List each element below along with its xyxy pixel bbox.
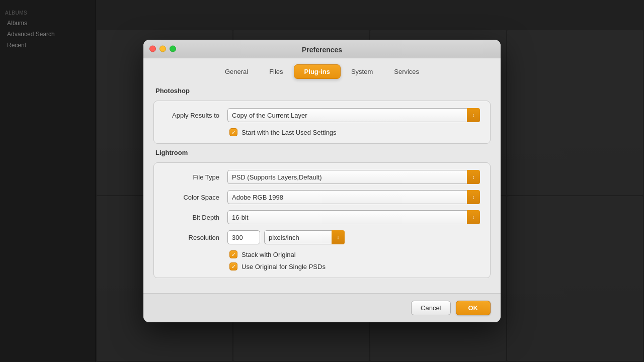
use-original-checkbox[interactable]: ✓ bbox=[229, 262, 237, 270]
cancel-button[interactable]: Cancel bbox=[411, 301, 450, 315]
use-original-row: ✓ Use Original for Single PSDs bbox=[164, 262, 480, 270]
resolution-input[interactable] bbox=[227, 230, 260, 244]
start-with-last-row: ✓ Start with the Last Used Settings bbox=[164, 128, 480, 136]
dialog-titlebar: Preferences bbox=[143, 40, 501, 58]
stack-with-original-row: ✓ Stack with Original bbox=[164, 250, 480, 258]
resolution-row: Resolution pixels/inch pixels/cm ↕ bbox=[164, 230, 480, 244]
file-type-row: File Type PSD (Supports Layers,Default) … bbox=[164, 170, 480, 184]
tab-files[interactable]: Files bbox=[259, 64, 293, 79]
color-space-select[interactable]: Adobe RGB 1998 sRGB ProPhoto RGB bbox=[227, 190, 480, 204]
modal-overlay: Preferences General Files Plug-ins Syste… bbox=[0, 0, 644, 362]
close-button[interactable] bbox=[149, 46, 156, 52]
color-space-row: Color Space Adobe RGB 1998 sRGB ProPhoto… bbox=[164, 190, 480, 204]
apply-results-row: Apply Results to Copy of the Current Lay… bbox=[164, 108, 480, 122]
bit-depth-row: Bit Depth 16-bit 8-bit ↕ bbox=[164, 210, 480, 224]
tab-services[interactable]: Services bbox=[383, 64, 430, 79]
minimize-button[interactable] bbox=[159, 46, 166, 52]
resolution-unit-select[interactable]: pixels/inch pixels/cm bbox=[264, 230, 345, 244]
resolution-label: Resolution bbox=[164, 234, 219, 241]
file-type-select-wrapper: PSD (Supports Layers,Default) TIFF JPEG … bbox=[227, 170, 480, 184]
stack-with-original-label: Stack with Original bbox=[242, 251, 296, 258]
apply-results-select-wrapper: Copy of the Current Layer Current Layer … bbox=[227, 108, 480, 122]
start-with-last-checkbox[interactable]: ✓ bbox=[229, 128, 237, 136]
start-with-last-label: Start with the Last Used Settings bbox=[242, 129, 337, 136]
tabs-bar: General Files Plug-ins System Services bbox=[143, 58, 501, 79]
tab-general[interactable]: General bbox=[214, 64, 259, 79]
apply-results-label: Apply Results to bbox=[164, 112, 219, 119]
file-type-select[interactable]: PSD (Supports Layers,Default) TIFF JPEG bbox=[227, 170, 480, 184]
maximize-button[interactable] bbox=[170, 46, 176, 52]
color-space-select-wrapper: Adobe RGB 1998 sRGB ProPhoto RGB ↕ bbox=[227, 190, 480, 204]
dialog-title: Preferences bbox=[302, 46, 342, 54]
use-original-label: Use Original for Single PSDs bbox=[242, 263, 326, 270]
apply-results-select[interactable]: Copy of the Current Layer Current Layer … bbox=[227, 108, 480, 122]
stack-with-original-checkbox[interactable]: ✓ bbox=[229, 250, 237, 258]
traffic-lights bbox=[149, 46, 176, 52]
dialog-content: Photoshop Apply Results to Copy of the C… bbox=[143, 79, 501, 293]
tab-plug-ins[interactable]: Plug-ins bbox=[294, 64, 341, 79]
tab-system[interactable]: System bbox=[341, 64, 383, 79]
preferences-dialog: Preferences General Files Plug-ins Syste… bbox=[143, 40, 501, 322]
lightroom-section-box: File Type PSD (Supports Layers,Default) … bbox=[153, 162, 491, 278]
bit-depth-label: Bit Depth bbox=[164, 214, 219, 221]
dialog-footer: Cancel OK bbox=[143, 293, 501, 322]
color-space-label: Color Space bbox=[164, 194, 219, 201]
file-type-label: File Type bbox=[164, 173, 219, 181]
photoshop-section-box: Apply Results to Copy of the Current Lay… bbox=[153, 101, 491, 144]
bit-depth-select[interactable]: 16-bit 8-bit bbox=[227, 210, 480, 224]
ok-button[interactable]: OK bbox=[456, 301, 491, 315]
resolution-unit-select-wrapper: pixels/inch pixels/cm ↕ bbox=[264, 230, 345, 244]
lightroom-section-header: Lightroom bbox=[153, 149, 491, 156]
bit-depth-select-wrapper: 16-bit 8-bit ↕ bbox=[227, 210, 480, 224]
photoshop-section-header: Photoshop bbox=[153, 87, 491, 95]
resolution-inputs: pixels/inch pixels/cm ↕ bbox=[227, 230, 345, 244]
